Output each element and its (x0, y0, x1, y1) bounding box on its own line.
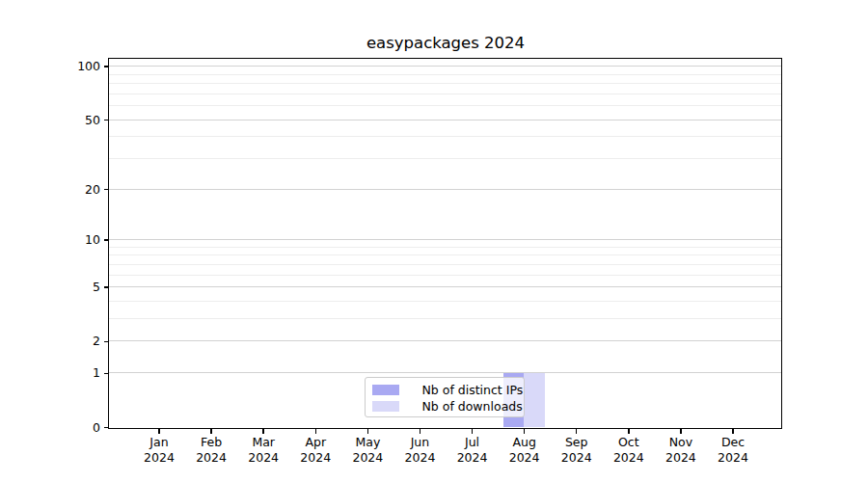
gridline-minor (109, 136, 781, 137)
y-tick-label: 5 (19, 281, 100, 294)
gridline-major (109, 239, 781, 240)
x-tick (576, 429, 578, 434)
y-tick-label: 0 (19, 421, 100, 435)
x-tick (732, 429, 734, 434)
y-tick-label: 2 (19, 335, 100, 348)
legend-swatch (372, 385, 399, 395)
legend: Nb of distinct IPsNb of downloads (365, 377, 525, 417)
x-tick (472, 429, 474, 434)
bar-nb-of-downloads (524, 373, 545, 427)
x-tick (315, 429, 317, 434)
gridline-major (109, 340, 781, 341)
legend-item: Nb of distinct IPs (372, 382, 516, 398)
gridline-minor (109, 83, 781, 84)
gridline-minor (109, 74, 781, 75)
y-tick-label: 1 (19, 366, 100, 380)
x-tick (680, 429, 682, 434)
x-tick (367, 429, 369, 434)
gridline-minor (109, 158, 781, 159)
x-tick-label: Dec 2024 (702, 435, 764, 466)
x-tick (420, 429, 421, 434)
gridline-minor (109, 105, 781, 106)
y-tick (104, 341, 109, 343)
y-tick (104, 239, 109, 241)
x-tick (628, 429, 630, 434)
legend-label: Nb of distinct IPs (422, 382, 524, 398)
gridline-minor (109, 254, 781, 255)
y-tick-label: 20 (19, 183, 100, 197)
gridline-minor (109, 264, 781, 265)
x-tick (524, 429, 526, 434)
plot-area: Nb of distinct IPsNb of downloads (108, 58, 782, 429)
y-tick-label: 10 (19, 233, 100, 247)
x-tick (210, 429, 212, 434)
chart-title: easypackages 2024 (108, 34, 783, 52)
gridline-minor (109, 275, 781, 276)
gridline-minor (109, 318, 781, 319)
chart-figure: easypackages 2024 Nb of distinct IPsNb o… (0, 0, 868, 482)
gridline-minor (109, 247, 781, 248)
gridline-major (109, 286, 781, 287)
y-tick (104, 373, 109, 375)
gridline-major (109, 372, 781, 373)
y-tick (104, 120, 109, 121)
y-tick (104, 66, 109, 67)
y-tick (104, 286, 109, 288)
y-tick (104, 427, 109, 429)
y-tick-label: 100 (19, 60, 100, 73)
gridline-major (109, 66, 781, 67)
gridline-minor (109, 94, 781, 94)
x-tick (262, 429, 264, 434)
gridline-major (109, 189, 781, 190)
y-tick-label: 50 (19, 114, 100, 127)
y-tick (104, 189, 109, 191)
legend-swatch (372, 401, 399, 412)
x-tick (158, 429, 160, 434)
legend-label: Nb of downloads (422, 398, 523, 415)
gridline-minor (109, 301, 781, 302)
gridline-major (109, 120, 781, 120)
legend-item: Nb of downloads (372, 398, 516, 415)
